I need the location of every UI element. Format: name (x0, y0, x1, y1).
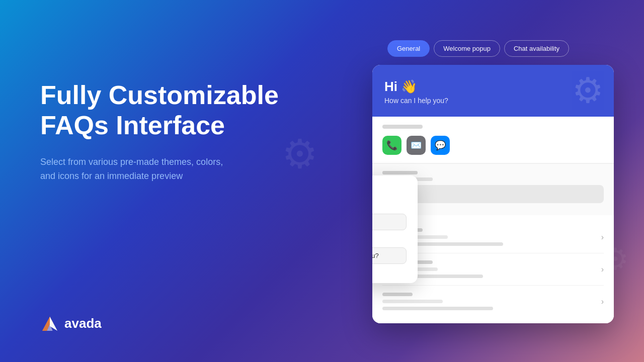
email-icon-btn[interactable]: ✉️ (407, 136, 426, 155)
faq-chevron-3: › (601, 297, 604, 306)
contact-icons-row: 📞 ✉️ 💬 (382, 136, 604, 155)
contact-bar-placeholder (382, 125, 423, 129)
faq-chevron-2: › (601, 265, 604, 274)
right-area: General Welcome popup Chat availability … (372, 40, 614, 323)
sub-text: Select from various pre-made themes, col… (40, 155, 231, 184)
description-label: Description (372, 237, 407, 244)
widget-header-gear: ⚙ (572, 70, 604, 111)
main-heading: Fully Customizable FAQs Interface (40, 80, 292, 141)
tabs-bar: General Welcome popup Chat availability (372, 40, 614, 57)
heading-input[interactable] (372, 214, 407, 230)
tab-welcome-popup[interactable]: Welcome popup (434, 40, 500, 57)
widget-subtitle: How can I help you? (384, 97, 602, 105)
logo: avada (40, 315, 102, 332)
widget-greeting: Hi 👋 (384, 79, 602, 95)
heading-label: Heading (372, 204, 407, 211)
messenger-icon-btn[interactable]: 💬 (431, 136, 450, 155)
widget-header: ⚙ Hi 👋 How can I help you? (372, 65, 614, 117)
logo-icon (40, 315, 59, 332)
placeholder-line-1 (382, 171, 418, 174)
left-panel: Fully Customizable FAQs Interface Select… (40, 80, 292, 184)
description-input[interactable] (372, 247, 407, 264)
custom-popup: Custom Heading Description (372, 175, 418, 283)
faq-chevron-1: › (601, 233, 604, 242)
widget-card: ⚙ Hi 👋 How can I help you? 📞 ✉️ 💬 (372, 65, 614, 323)
custom-popup-title: Custom (372, 187, 407, 197)
phone-icon-btn[interactable]: 📞 (382, 136, 401, 155)
faq-row-3[interactable]: › (382, 286, 604, 317)
logo-text: avada (64, 316, 102, 331)
contact-section: 📞 ✉️ 💬 (372, 117, 614, 163)
tab-general[interactable]: General (387, 40, 430, 57)
tab-chat-availability[interactable]: Chat availability (504, 40, 569, 57)
